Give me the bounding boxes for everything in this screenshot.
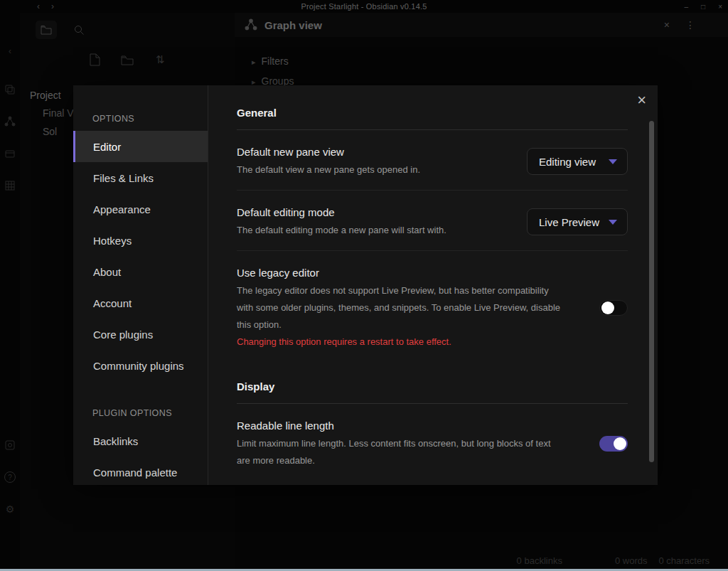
setting-name: Readable line length <box>237 418 564 434</box>
default-new-pane-view-dropdown[interactable]: Editing view <box>527 148 628 175</box>
settings-content: × General Default new pane view The defa… <box>208 85 658 485</box>
setting-description: Limit maximum line length. Less content … <box>237 435 564 469</box>
nav-group-header: PLUGIN OPTIONS <box>73 401 208 425</box>
setting-description: The default view a new pane gets opened … <box>237 161 513 178</box>
setting-description: The legacy editor does not support Live … <box>237 282 564 333</box>
nav-item-account[interactable]: Account <box>73 287 208 319</box>
use-legacy-editor-toggle[interactable] <box>599 300 628 316</box>
chevron-down-icon <box>609 220 617 225</box>
setting-description: The default editing mode a new pane will… <box>237 222 513 239</box>
nav-item-hotkeys[interactable]: Hotkeys <box>73 225 208 256</box>
nav-item-files-links[interactable]: Files & Links <box>73 162 208 193</box>
settings-modal: OPTIONS Editor Files & Links Appearance … <box>73 85 658 485</box>
setting-name: Default editing mode <box>237 205 513 220</box>
chevron-down-icon <box>609 159 617 164</box>
setting-default-editing-mode: Default editing mode The default editing… <box>237 190 628 250</box>
setting-use-legacy-editor: Use legacy editor The legacy editor does… <box>237 250 628 362</box>
setting-name: Default new pane view <box>237 144 513 160</box>
section-heading-general: General <box>237 105 628 121</box>
nav-group-header: OPTIONS <box>73 107 208 131</box>
modal-close-icon[interactable]: × <box>637 92 646 108</box>
nav-item-core-plugins[interactable]: Core plugins <box>73 319 208 350</box>
dropdown-value: Live Preview <box>539 216 599 228</box>
setting-default-new-pane-view: Default new pane view The default view a… <box>237 130 628 190</box>
settings-nav: OPTIONS Editor Files & Links Appearance … <box>73 85 208 485</box>
setting-readable-line-length: Readable line length Limit maximum line … <box>237 404 628 481</box>
toggle-knob <box>601 301 614 314</box>
nav-item-editor[interactable]: Editor <box>73 131 208 162</box>
nav-item-appearance[interactable]: Appearance <box>73 193 208 225</box>
toggle-knob <box>614 437 626 450</box>
dropdown-value: Editing view <box>539 156 596 168</box>
section-heading-display: Display <box>237 379 628 395</box>
nav-item-command-palette[interactable]: Command palette <box>73 457 208 488</box>
nav-item-about[interactable]: About <box>73 256 208 287</box>
readable-line-length-toggle[interactable] <box>599 436 628 452</box>
nav-item-community-plugins[interactable]: Community plugins <box>73 350 208 381</box>
obsidian-window: ‹ › Project Starlight - Obsidian v0.14.5… <box>0 0 728 571</box>
default-editing-mode-dropdown[interactable]: Live Preview <box>527 208 628 235</box>
nav-item-backlinks[interactable]: Backlinks <box>73 425 208 457</box>
setting-name: Use legacy editor <box>237 265 564 281</box>
scrollbar-thumb[interactable] <box>649 121 654 462</box>
restart-warning: Changing this option requires a restart … <box>237 333 564 351</box>
